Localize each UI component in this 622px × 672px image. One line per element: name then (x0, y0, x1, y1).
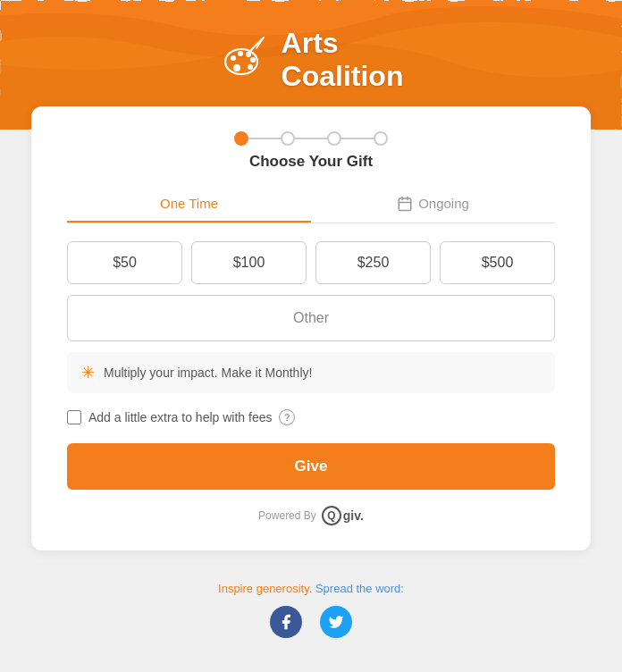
fees-checkbox[interactable] (67, 410, 81, 424)
amount-250[interactable]: $250 (315, 241, 431, 284)
svg-point-5 (250, 57, 256, 63)
step-4 (374, 131, 388, 146)
qgiv-logo: Q giv. (322, 506, 364, 525)
tab-ongoing[interactable]: Ongoing (311, 187, 555, 223)
progress-steps (67, 131, 555, 146)
amount-100[interactable]: $100 (191, 241, 307, 284)
bottom-area: Inspire generosity. Spread the word: (0, 568, 622, 656)
step-1 (234, 131, 248, 146)
qgiv-q-icon: Q (322, 506, 341, 525)
fees-checkbox-row: Add a little extra to help with fees ? (67, 409, 555, 425)
monthly-banner: ✳ Multiply your impact. Make it Monthly! (67, 352, 555, 393)
calendar-icon (397, 196, 413, 212)
fees-checkbox-label: Add a little extra to help with fees (88, 410, 272, 424)
step-line-1 (248, 138, 281, 139)
step-2 (281, 131, 295, 146)
card-title: Choose Your Gift (67, 153, 555, 171)
give-button[interactable]: Give (67, 443, 555, 490)
donation-tabs: One Time Ongoing (67, 187, 555, 223)
monthly-banner-text: Multiply your impact. Make it Monthly! (104, 365, 312, 380)
inspire-text-blue: Spread the word: (315, 582, 404, 595)
facebook-icon[interactable] (270, 606, 302, 638)
donation-card: Choose Your Gift One Time Ongoing $50 $1… (31, 106, 591, 550)
inspire-text-orange: Inspire generosity. (218, 582, 312, 595)
svg-point-2 (231, 55, 236, 61)
svg-point-6 (248, 64, 253, 70)
amount-50[interactable]: $50 (67, 241, 182, 284)
tab-one-time-label: One Time (160, 196, 218, 211)
amount-500[interactable]: $500 (440, 241, 555, 284)
social-icons (0, 606, 622, 638)
logo-area: Arts Coalition (0, 0, 622, 93)
page-wrapper: Arts Coalition Choose Your Gift One Time (0, 0, 622, 672)
amounts-grid: $50 $100 $250 $500 (67, 241, 555, 284)
inspire-text: Inspire generosity. Spread the word: (0, 582, 622, 595)
step-line-2 (295, 138, 327, 139)
svg-point-3 (238, 51, 243, 56)
step-3 (327, 131, 341, 146)
help-icon[interactable]: ? (279, 409, 295, 425)
qgiv-text: giv. (343, 508, 364, 523)
facebook-svg (277, 613, 295, 631)
twitter-icon[interactable] (320, 606, 352, 638)
powered-by-label: Powered By (258, 509, 316, 522)
svg-rect-11 (399, 198, 411, 211)
powered-by: Powered By Q giv. (67, 506, 555, 525)
other-amount-button[interactable]: Other (67, 295, 555, 341)
svg-point-7 (233, 64, 240, 71)
step-line-3 (341, 138, 374, 139)
tab-ongoing-label: Ongoing (418, 196, 469, 211)
spinner-icon: ✳ (81, 363, 95, 382)
tab-one-time[interactable]: One Time (67, 187, 311, 223)
arts-coalition-logo-icon (219, 33, 273, 87)
twitter-svg (328, 614, 344, 630)
logo-text: Arts Coalition (282, 27, 404, 93)
